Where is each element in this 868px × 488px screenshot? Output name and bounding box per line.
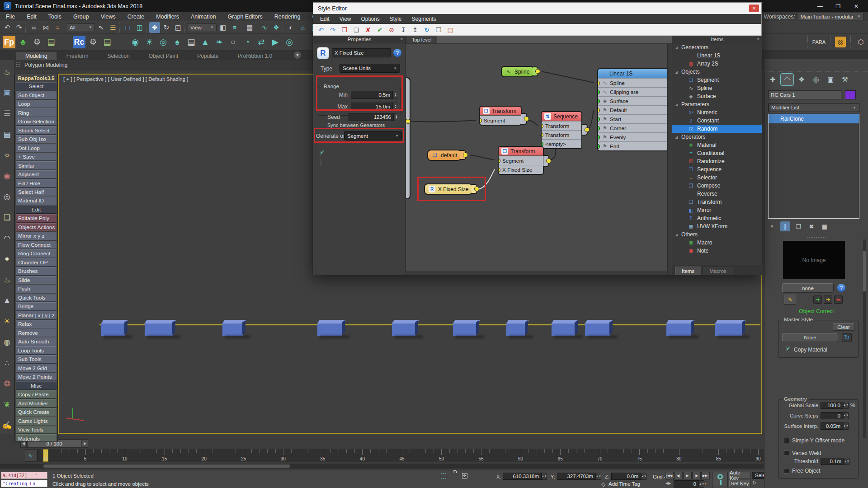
- select-link-icon[interactable]: ∞: [28, 22, 39, 33]
- help-icon[interactable]: ?: [393, 49, 401, 57]
- node-input-row[interactable]: ◈ Surface: [598, 96, 672, 105]
- tree-item[interactable]: ◢ 2 Constant: [672, 117, 762, 125]
- node-name-input[interactable]: X Fixed Size: [332, 48, 391, 57]
- input-socket[interactable]: [597, 108, 600, 113]
- node-input-row[interactable]: ∿ Spline: [598, 78, 672, 87]
- disable-icon[interactable]: ⊘: [387, 25, 396, 35]
- rappatools-button[interactable]: Ring: [16, 108, 57, 117]
- tree-item[interactable]: ◢ ← Reverse: [672, 190, 762, 198]
- menu-item[interactable]: Rendering: [269, 12, 307, 21]
- selection-filter-dropdown[interactable]: All▼: [67, 23, 95, 31]
- close-icon[interactable]: ✕: [756, 37, 760, 42]
- separator[interactable]: [25, 23, 28, 33]
- list-icon[interactable]: ☰: [2, 108, 13, 119]
- rappatools-button[interactable]: Select Half: [16, 188, 57, 197]
- rappatools-button[interactable]: Move 2 Grid: [16, 364, 57, 372]
- play-button[interactable]: ▶: [683, 472, 692, 479]
- rappatools-button[interactable]: Slide: [16, 276, 57, 285]
- tree-item[interactable]: ◢ = Conditional: [672, 149, 762, 157]
- menu-item[interactable]: File: [0, 12, 21, 21]
- node-input-row[interactable]: ⚑ Evenly: [598, 132, 672, 141]
- make-unique-icon[interactable]: ❐: [793, 221, 803, 231]
- schematic-view-icon[interactable]: ❖: [271, 22, 282, 33]
- set-key-button[interactable]: Set Key: [729, 480, 750, 487]
- ribbon-tab[interactable]: Freeform: [57, 52, 98, 60]
- ribbon-panel-label[interactable]: Polygon Modeling: [24, 62, 67, 68]
- viewport-box[interactable]: [666, 320, 691, 338]
- leaf-icon[interactable]: ❧: [213, 36, 226, 48]
- rappatools-button[interactable]: Sub Tools: [16, 355, 57, 364]
- move-icon[interactable]: ✥: [149, 22, 160, 33]
- sync-checkbox[interactable]: [321, 159, 321, 166]
- rappatools-button[interactable]: Adjacent: [16, 170, 57, 179]
- vertex-weld-checkbox[interactable]: [784, 450, 789, 456]
- threshold-field[interactable]: 0.1m: [821, 458, 844, 465]
- y-coordinate-field[interactable]: 327.4703m: [557, 473, 596, 480]
- select-by-name-icon[interactable]: ☰: [108, 22, 118, 33]
- paste-icon[interactable]: ❏: [351, 25, 361, 35]
- bind-spacewarp-icon[interactable]: ≈: [52, 22, 63, 33]
- input-socket[interactable]: [597, 144, 600, 149]
- viewport-box[interactable]: [453, 320, 476, 338]
- node-transform-1[interactable]: ❒ Transform Segment: [479, 106, 522, 126]
- tree-item[interactable]: ◢ X² Numeric: [672, 108, 762, 117]
- configure-sets-icon[interactable]: ▦: [820, 221, 830, 231]
- redo-icon[interactable]: ↷: [328, 25, 338, 35]
- sun-icon[interactable]: ☀: [143, 36, 156, 48]
- refresh-icon[interactable]: ↻: [842, 333, 852, 342]
- node-spline[interactable]: ∿ Spline: [501, 66, 534, 77]
- rappatools-button[interactable]: Planar | x | y | z: [16, 311, 57, 319]
- simple-y-offset-checkbox[interactable]: [784, 438, 789, 443]
- hand-icon[interactable]: ✍: [2, 420, 13, 431]
- rappatools-button[interactable]: Move 2 Points: [16, 373, 57, 381]
- canvas-vertical-scrollbar[interactable]: [667, 44, 672, 275]
- offscreen-node[interactable]: [406, 77, 410, 199]
- separator[interactable]: [184, 23, 187, 33]
- output-socket[interactable]: [535, 69, 540, 74]
- rappatools-button[interactable]: Sub Obj Iso: [16, 135, 57, 144]
- node-x-fixed-size[interactable]: R X Fixed Size: [424, 183, 473, 195]
- sun-icon[interactable]: ☀: [2, 316, 13, 327]
- viewport-box[interactable]: [392, 320, 415, 338]
- rappatools-button[interactable]: Flow Connect: [16, 241, 57, 249]
- menu-item[interactable]: Group: [67, 12, 95, 21]
- key-step-icons[interactable]: ◀▶: [665, 481, 671, 485]
- rappatools-button[interactable]: Push: [16, 285, 57, 293]
- menu-item[interactable]: Create: [122, 12, 151, 21]
- geometry-value-field[interactable]: 0: [821, 412, 843, 419]
- geometry-value-field[interactable]: 100.0: [821, 402, 843, 409]
- ribbon-tab[interactable]: Modeling: [16, 52, 57, 60]
- tree-icon[interactable]: ▲: [199, 36, 212, 48]
- delete-icon[interactable]: ✘: [363, 25, 373, 35]
- render-setup-icon[interactable]: ☼: [297, 22, 308, 33]
- input-socket[interactable]: [541, 132, 543, 137]
- timeline-ruler[interactable]: 0510152025303540455055606570758085909510…: [37, 449, 842, 462]
- geometry-value-field[interactable]: 0.05m: [821, 422, 843, 430]
- seed-checkbox[interactable]: [320, 150, 321, 157]
- create-tab-icon[interactable]: ✚: [766, 74, 779, 85]
- export-style-button[interactable]: ➜: [824, 296, 832, 304]
- refresh-icon[interactable]: ↻: [422, 25, 432, 35]
- rappatools-button[interactable]: Loop Tools: [16, 346, 57, 355]
- output-socket[interactable]: [546, 159, 551, 164]
- rappatools-button[interactable]: Add Modifier: [16, 399, 57, 408]
- z-coordinate-field[interactable]: 0.0m: [611, 473, 641, 480]
- type-dropdown[interactable]: Scene Units▼: [340, 64, 400, 73]
- torus-icon[interactable]: ○: [227, 36, 240, 48]
- node-input-row[interactable]: ⚑ End: [598, 141, 672, 150]
- list-icon[interactable]: ▤: [185, 36, 198, 48]
- tree-item[interactable]: ◢ ❐ Sequence: [672, 165, 762, 174]
- curve-editor-icon[interactable]: ∿: [259, 22, 270, 33]
- clear-button[interactable]: Clear: [833, 323, 854, 331]
- tree-item[interactable]: ◢ ▣ Macro: [672, 239, 762, 247]
- rappatools-button[interactable]: Quick Tools: [16, 294, 57, 302]
- rotate-icon[interactable]: ↻: [161, 22, 172, 33]
- viewport-box[interactable]: [506, 320, 525, 338]
- x-coordinate-field[interactable]: -610.3318m: [503, 473, 542, 480]
- menu-item[interactable]: Views: [95, 12, 122, 21]
- render-preview-icon[interactable]: ▣: [2, 87, 13, 98]
- light-icon[interactable]: ◉: [129, 36, 142, 48]
- node-input-row[interactable]: ⚑ Default: [598, 105, 672, 114]
- ribbon-tab[interactable]: Selection: [98, 52, 138, 60]
- input-socket[interactable]: [541, 123, 543, 128]
